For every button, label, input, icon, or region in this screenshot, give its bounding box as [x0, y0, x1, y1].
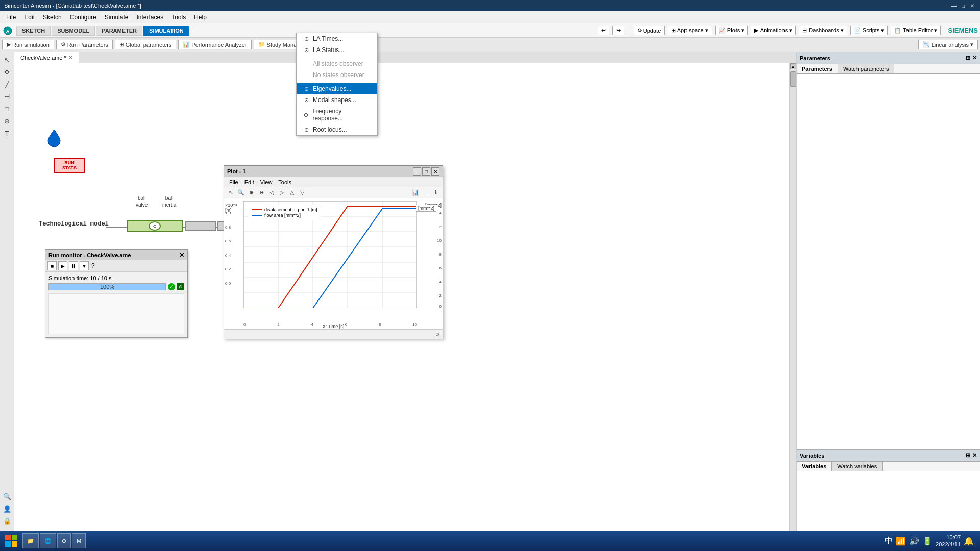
dashboards-button[interactable]: ⊟ Dashboards ▾	[799, 26, 847, 35]
tab-parameter[interactable]: PARAMETER	[96, 26, 142, 36]
plot-menu-view[interactable]: View	[257, 179, 276, 186]
right-panel-expand-btn[interactable]: ⊞	[966, 55, 970, 61]
app-space-button[interactable]: ⊞ App space ▾	[668, 26, 712, 35]
sidebar-lock-icon[interactable]: 🔒	[2, 515, 13, 527]
dropdown-frequency-response[interactable]: ⊙ Frequency response...	[297, 106, 377, 124]
tab-variables[interactable]: Variables	[797, 462, 832, 471]
dropdown-la-status[interactable]: ⊙ LA Status...	[297, 44, 377, 56]
run-monitor[interactable]: Run monitor - CheckValve.ame ✕ ■ ▶ ⏸ ▼ ?…	[45, 249, 188, 338]
table-editor-button[interactable]: 📋 Table Editor ▾	[891, 26, 941, 35]
dropdown-eigenvalues[interactable]: ⊙ Eigenvalues...	[297, 83, 377, 94]
rm-help-btn[interactable]: ?	[91, 262, 95, 269]
canvas-tab-checkvalve[interactable]: CheckValve.ame * ✕	[14, 52, 79, 63]
tab-simulation[interactable]: SIMULATION	[143, 26, 189, 36]
maximize-button[interactable]: □	[960, 2, 967, 9]
scroll-track	[790, 70, 796, 537]
plots-button[interactable]: 📈 Plots ▾	[715, 26, 748, 35]
sidebar-person-icon[interactable]: 👤	[2, 503, 13, 514]
sidebar-pointer-icon[interactable]: ✥	[2, 66, 13, 78]
plot-up-tool[interactable]: △	[287, 188, 297, 197]
plot-minimize-btn[interactable]: —	[413, 167, 421, 176]
undo-button[interactable]: ↩	[598, 26, 609, 35]
menu-simulate[interactable]: Simulate	[101, 13, 133, 22]
scripts-button[interactable]: 📄 Scripts ▾	[850, 26, 888, 35]
animations-button[interactable]: ▶ Animations ▾	[751, 26, 796, 35]
plot-zoom-out-tool[interactable]: ⊖	[257, 188, 266, 197]
plot-close-btn[interactable]: ✕	[431, 167, 439, 176]
rm-play-button[interactable]: ▶	[58, 261, 67, 270]
run-simulation-button[interactable]: ▶ Run simulation	[2, 40, 54, 49]
progress-badge: ⊘	[177, 283, 184, 290]
x-tick-4: 4	[311, 322, 313, 327]
taskbar-start-button[interactable]	[2, 532, 20, 550]
menu-file[interactable]: File	[2, 13, 20, 22]
redo-button[interactable]: ↪	[612, 26, 624, 35]
tab-watch-variables[interactable]: Watch variables	[832, 462, 883, 471]
water-drop-component[interactable]	[45, 129, 63, 147]
plot-scatter-tool[interactable]: ⋯	[421, 188, 430, 197]
taskbar-app-matlab[interactable]: M	[72, 533, 86, 548]
menu-help[interactable]: Help	[190, 13, 211, 22]
plot-zoom-tool[interactable]: 🔍	[236, 188, 246, 197]
taskbar-notification-icon[interactable]: 🔔	[964, 536, 974, 546]
close-button[interactable]: ✕	[969, 2, 976, 9]
progress-green-icon: ✓	[168, 283, 175, 290]
plot-menu-edit[interactable]: Edit	[241, 179, 257, 186]
rm-settings-button[interactable]: ▼	[80, 261, 89, 270]
rm-pause-button[interactable]: ⏸	[69, 261, 78, 270]
plot-menu-file[interactable]: File	[226, 179, 241, 186]
run-stats-box[interactable]: RUN STATS	[54, 158, 85, 173]
taskbar-app-chrome[interactable]: ⊕	[57, 533, 71, 548]
sidebar-cursor-icon[interactable]: ↖	[2, 54, 13, 65]
right-panel-close-btn[interactable]: ✕	[972, 55, 977, 61]
scroll-thumb[interactable]	[790, 71, 796, 87]
taskbar-app-ie[interactable]: 🌐	[40, 533, 56, 548]
tab-watch-parameters[interactable]: Watch parameters	[838, 64, 894, 73]
sidebar-search-icon[interactable]: 🔍	[2, 491, 13, 502]
dropdown-modal-shapes[interactable]: ⊙ Modal shapes...	[297, 94, 377, 106]
minimize-button[interactable]: —	[950, 2, 958, 9]
tab-sketch[interactable]: SKETCH	[16, 26, 51, 36]
right-panel: Parameters ⊞ ✕ Parameters Watch paramete…	[796, 52, 980, 551]
sidebar-connect-icon[interactable]: ⊣	[2, 91, 13, 102]
sidebar-rect-icon[interactable]: □	[2, 103, 13, 114]
plot-info-tool[interactable]: ℹ	[431, 188, 440, 197]
menu-configure[interactable]: Configure	[66, 13, 101, 22]
variables-expand-btn[interactable]: ⊞	[966, 452, 970, 459]
linear-analysis-button[interactable]: 📉 Linear analysis ▾	[918, 40, 978, 49]
variables-close-btn[interactable]: ✕	[972, 452, 977, 459]
sidebar-text-icon[interactable]: T	[2, 128, 13, 139]
sidebar-measure-icon[interactable]: ⊕	[2, 115, 13, 127]
spring-component[interactable]	[185, 221, 216, 231]
menu-tools[interactable]: Tools	[167, 13, 190, 22]
menu-sketch[interactable]: Sketch	[39, 13, 66, 22]
run-parameters-button[interactable]: ⚙ Run Parameters	[56, 40, 113, 49]
chart-refresh-icon[interactable]: ↺	[435, 332, 439, 337]
plot-bar-chart-tool[interactable]: 📊	[411, 188, 420, 197]
canvas-tab-close[interactable]: ✕	[68, 55, 72, 60]
plot-down-tool[interactable]: ▽	[298, 188, 307, 197]
valve-component[interactable]: ○	[127, 220, 183, 232]
plot-pan-right-tool[interactable]: ▷	[277, 188, 286, 197]
vertical-scrollbar[interactable]: ▲ ▼	[789, 63, 796, 544]
plot-select-tool[interactable]: ↖	[226, 188, 235, 197]
global-parameters-button[interactable]: ⊞ Global parameters	[115, 40, 177, 49]
variables-header: Variables ⊞ ✕	[797, 450, 980, 461]
menu-edit[interactable]: Edit	[20, 13, 39, 22]
menu-interfaces[interactable]: Interfaces	[132, 13, 167, 22]
run-monitor-close-btn[interactable]: ✕	[179, 252, 184, 259]
taskbar-app-explorer[interactable]: 📁	[22, 533, 39, 548]
plot-pan-left-tool[interactable]: ◁	[267, 188, 276, 197]
sidebar-line-icon[interactable]: ╱	[2, 79, 13, 90]
plot-menu-tools[interactable]: Tools	[275, 179, 295, 186]
dropdown-root-locus[interactable]: ⊙ Root locus...	[297, 124, 377, 135]
plot-zoom-in-tool[interactable]: ⊕	[247, 188, 256, 197]
tab-submodel[interactable]: SUBMODEL	[52, 26, 95, 36]
scroll-up-btn[interactable]: ▲	[790, 63, 796, 69]
update-button[interactable]: ⟳ Update	[634, 26, 665, 35]
performance-analyzer-button[interactable]: 📊 Performance Analyzer	[178, 40, 251, 49]
plot-maximize-btn[interactable]: □	[422, 167, 430, 176]
rm-stop-button[interactable]: ■	[47, 261, 57, 270]
tab-parameters[interactable]: Parameters	[797, 64, 838, 73]
dropdown-la-times[interactable]: ⊙ LA Times...	[297, 33, 377, 44]
